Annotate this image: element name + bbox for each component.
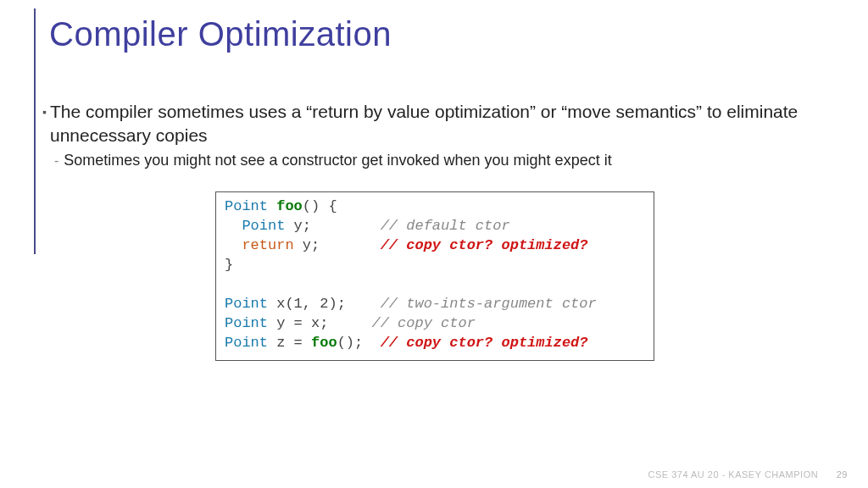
code-block: Point foo() { Point y; // default ctor r… xyxy=(215,191,654,361)
code-line: Point z = foo(); // copy ctor? optimized… xyxy=(225,334,645,353)
bullet-marker-icon: ▪ xyxy=(42,105,47,119)
code-line: Point y = x; // copy ctor xyxy=(225,314,645,334)
footer: CSE 374 AU 20 - KASEY CHAMPION 29 xyxy=(648,469,848,480)
sub-bullet-item: - Sometimes you might not see a construc… xyxy=(54,152,831,169)
bullet-item: ▪ The compiler sometimes uses a “return … xyxy=(42,100,831,148)
code-line: return y; // copy ctor? optimized? xyxy=(225,236,645,256)
page-number: 29 xyxy=(837,469,848,480)
subbullet-text: Sometimes you might not see a constructo… xyxy=(64,152,611,169)
code-line: Point foo() { xyxy=(225,197,645,217)
footer-text: CSE 374 AU 20 - KASEY CHAMPION xyxy=(648,469,819,480)
subbullet-marker-icon: - xyxy=(54,153,58,169)
code-line: } xyxy=(225,256,645,275)
bullet-text: The compiler sometimes uses a “return by… xyxy=(50,100,831,148)
body-content: ▪ The compiler sometimes uses a “return … xyxy=(42,100,831,169)
code-line: Point y; // default ctor xyxy=(225,217,645,236)
title-accent-bar xyxy=(34,8,36,254)
code-line: Point x(1, 2); // two-ints-argument ctor xyxy=(225,295,645,314)
code-line xyxy=(225,275,645,295)
page-title: Compiler Optimization xyxy=(49,15,392,53)
